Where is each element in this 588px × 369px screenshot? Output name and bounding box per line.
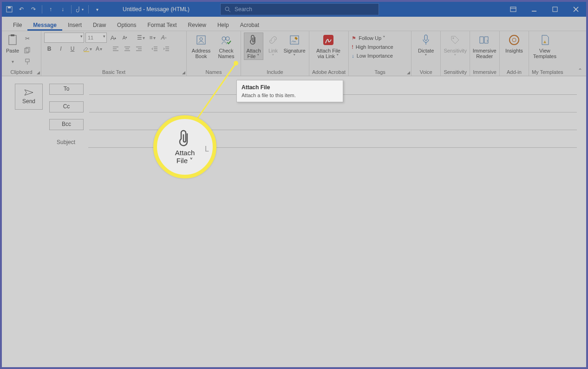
shrink-font-icon[interactable]: A▾	[120, 33, 130, 43]
down-arrow-icon[interactable]: ↓	[59, 6, 66, 13]
tab-review[interactable]: Review	[183, 19, 212, 31]
dialog-launcher-icon[interactable]: ◢	[182, 70, 185, 75]
low-importance-button[interactable]: ↓Low Importance	[352, 52, 393, 60]
tab-file[interactable]: File	[7, 19, 27, 31]
search-placeholder: Search	[235, 6, 252, 13]
svg-point-33	[200, 38, 203, 40]
group-adobe: Attach File via Link ˅ Adobe Acrobat	[309, 31, 349, 76]
tab-format-text[interactable]: Format Text	[142, 19, 182, 31]
tab-draw[interactable]: Draw	[87, 19, 111, 31]
address-book-button[interactable]: Address Book	[189, 33, 213, 59]
insights-button[interactable]: Insights	[503, 33, 526, 59]
send-button[interactable]: Send	[15, 84, 43, 110]
address-book-icon	[195, 33, 208, 46]
group-label: My Templates	[532, 69, 563, 76]
bullets-icon[interactable]: ☰▾	[136, 33, 146, 43]
grow-font-icon[interactable]: A▴	[108, 33, 118, 43]
tab-insert[interactable]: Insert	[62, 19, 87, 31]
cut-icon[interactable]: ✂	[22, 33, 33, 44]
maximize-icon[interactable]	[544, 2, 565, 17]
paste-button[interactable]: Paste▾	[5, 33, 20, 65]
svg-rect-10	[9, 35, 16, 45]
zoom-label-1: Attach	[175, 149, 195, 157]
sensitivity-button[interactable]: Sensitivity ˅	[444, 33, 467, 59]
svg-rect-16	[84, 51, 89, 52]
attach-via-link-button[interactable]: Attach File via Link ˅	[312, 33, 345, 59]
title-bar: ↶ ↷ ↑ ↓ ▾ ▾ Untitled - Message (HTML) Se…	[2, 2, 586, 17]
redo-icon[interactable]: ↷	[30, 6, 37, 13]
clear-format-icon[interactable]: A◦	[159, 33, 169, 43]
down-arrow-blue-icon: ↓	[352, 53, 354, 59]
cc-field[interactable]	[89, 102, 577, 112]
align-center-icon[interactable]	[122, 44, 132, 54]
signature-button[interactable]: Signature ˅	[283, 33, 306, 59]
ribbon-tabs: File Message Insert Draw Options Format …	[2, 17, 586, 31]
bold-icon[interactable]: B	[44, 44, 54, 54]
group-label: Include	[244, 69, 306, 76]
numbering-icon[interactable]: ≡▾	[147, 33, 157, 43]
link-icon	[267, 33, 280, 46]
tab-message[interactable]: Message	[27, 19, 62, 31]
group-label: Immersive	[473, 69, 497, 76]
attach-file-button[interactable]: Attach File ˅	[244, 33, 263, 60]
immersive-reader-button[interactable]: Immersive Reader	[473, 33, 496, 59]
flag-icon: ⚑	[352, 35, 356, 41]
underline-icon[interactable]: U	[67, 44, 78, 54]
save-icon[interactable]	[6, 6, 13, 13]
align-right-icon[interactable]	[134, 44, 144, 54]
follow-up-button[interactable]: ⚑Follow Up ˅	[352, 34, 385, 42]
window-controls	[503, 2, 586, 17]
to-button[interactable]: To	[49, 84, 84, 95]
svg-rect-38	[425, 35, 427, 40]
font-color-icon[interactable]: A▾	[94, 44, 104, 54]
copy-icon[interactable]	[22, 45, 33, 55]
tab-options[interactable]: Options	[111, 19, 142, 31]
dialog-launcher-icon[interactable]: ◢	[37, 70, 40, 75]
svg-point-35	[226, 37, 229, 40]
cc-button[interactable]: Cc	[49, 101, 84, 112]
search-icon	[224, 6, 231, 13]
attachment-quick-icon[interactable]: ▾	[76, 6, 84, 13]
book-speaker-icon	[478, 33, 491, 46]
dictate-button[interactable]: Dictate ˅	[414, 33, 438, 59]
svg-line-3	[229, 10, 230, 12]
font-combo[interactable]	[44, 33, 84, 43]
link-button[interactable]: Link ˅	[265, 33, 281, 59]
bcc-button[interactable]: Bcc	[49, 119, 84, 130]
indent-icon[interactable]	[161, 44, 171, 54]
outdent-icon[interactable]	[150, 44, 160, 54]
svg-point-2	[225, 7, 229, 11]
collapse-ribbon-icon[interactable]: ⌃	[578, 67, 582, 74]
tab-acrobat[interactable]: Acrobat	[235, 19, 265, 31]
compose-area: Send To Cc Bcc Subject	[2, 76, 586, 369]
template-icon	[538, 33, 551, 46]
undo-icon[interactable]: ↶	[18, 6, 25, 13]
tab-help[interactable]: Help	[212, 19, 235, 31]
font-size-combo[interactable]: 11	[85, 33, 107, 43]
svg-point-41	[510, 35, 519, 45]
tooltip-title: Attach File	[242, 84, 338, 91]
group-label: Tags	[352, 69, 408, 76]
align-left-icon[interactable]	[111, 44, 121, 54]
tooltip-description: Attach a file to this item.	[242, 92, 338, 98]
check-names-button[interactable]: Check Names	[215, 33, 238, 59]
zoom-side-letter: L	[205, 145, 209, 153]
insights-icon	[508, 33, 521, 46]
dialog-launcher-icon[interactable]: ◢	[407, 70, 410, 75]
minimize-icon[interactable]	[523, 2, 544, 17]
customize-qat-icon[interactable]: ▾	[93, 6, 101, 13]
ribbon-display-icon[interactable]	[503, 2, 523, 17]
italic-icon[interactable]: I	[56, 44, 66, 54]
high-importance-button[interactable]: !High Importance	[352, 43, 393, 51]
view-templates-button[interactable]: View Templates	[532, 33, 558, 59]
svg-rect-36	[290, 36, 299, 44]
svg-point-40	[453, 38, 454, 39]
svg-rect-32	[197, 36, 205, 44]
search-box[interactable]: Search	[220, 3, 379, 15]
close-icon[interactable]	[565, 2, 586, 17]
group-addin: Insights Add-in	[500, 31, 529, 76]
highlight-icon[interactable]: ▾	[82, 44, 92, 54]
format-painter-icon[interactable]	[22, 57, 33, 67]
attach-file-tooltip: Attach File Attach a file to this item.	[236, 80, 343, 102]
up-arrow-icon[interactable]: ↑	[47, 6, 54, 13]
